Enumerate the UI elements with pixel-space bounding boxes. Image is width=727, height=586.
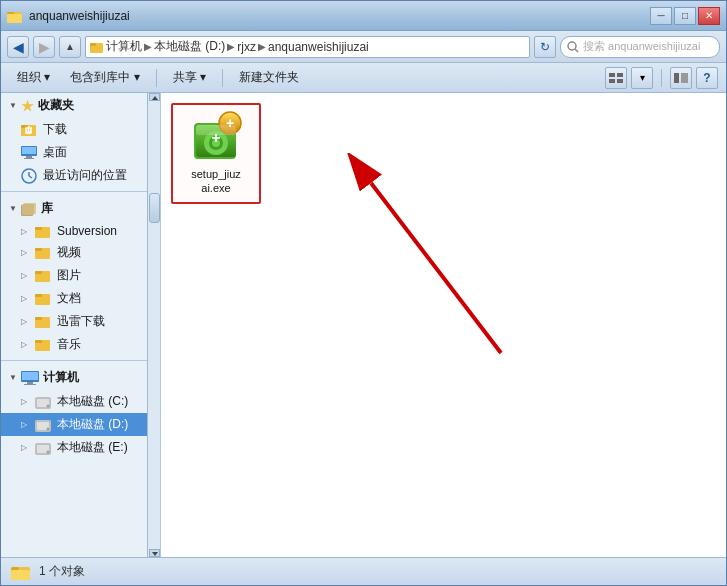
- window: anquanweishijiuzai ─ □ ✕ ◀ ▶ ▲ 计算机 ▶ 本地磁…: [0, 0, 727, 586]
- sidebar-item-subversion[interactable]: ▷ Subversion: [1, 221, 160, 241]
- include-library-button[interactable]: 包含到库中 ▾: [62, 67, 147, 89]
- sidebar-item-pictures[interactable]: ▷ 图片: [1, 264, 160, 287]
- help-button[interactable]: ?: [696, 67, 718, 89]
- forward-button[interactable]: ▶: [33, 36, 55, 58]
- sidebar-item-disk-d[interactable]: ▷ 本地磁盘 (D:): [1, 413, 160, 436]
- window-title: anquanweishijiuzai: [29, 9, 130, 23]
- breadcrumb[interactable]: 计算机 ▶ 本地磁盘 (D:) ▶ rjxz ▶ anquanweishijiu…: [85, 36, 530, 58]
- minimize-button[interactable]: ─: [650, 7, 672, 25]
- sidebar-item-desktop[interactable]: 桌面: [1, 141, 160, 164]
- disk-d-label: 本地磁盘 (D:): [57, 416, 128, 433]
- svg-rect-10: [617, 79, 623, 83]
- library-icon: [21, 202, 37, 216]
- up-button[interactable]: ▲: [59, 36, 81, 58]
- music-label: 音乐: [57, 336, 81, 353]
- svg-rect-61: [196, 125, 236, 135]
- svg-rect-28: [35, 227, 42, 230]
- svg-rect-12: [681, 73, 688, 83]
- organize-button[interactable]: 组织 ▾: [9, 67, 58, 89]
- refresh-button[interactable]: ↻: [534, 36, 556, 58]
- back-button[interactable]: ◀: [7, 36, 29, 58]
- library-header[interactable]: ▼ 库: [1, 196, 160, 221]
- disk-c-expand-icon: ▷: [21, 397, 27, 406]
- toolbar-right: ▾ ?: [605, 67, 718, 89]
- setup-icon-svg: +: [190, 111, 242, 163]
- svg-rect-30: [35, 248, 42, 251]
- computer-icon: [21, 371, 39, 385]
- window-icon: [7, 9, 23, 23]
- subversion-label: Subversion: [57, 224, 117, 238]
- breadcrumb-folder-icon: [90, 41, 104, 53]
- scroll-down-button[interactable]: [149, 549, 160, 557]
- status-bar: 1 个对象: [1, 557, 726, 585]
- new-folder-label: 新建文件夹: [239, 69, 299, 86]
- scroll-up-button[interactable]: [149, 93, 160, 101]
- svg-rect-38: [35, 340, 42, 343]
- thunder-label: 迅雷下载: [57, 313, 105, 330]
- sidebar-divider-1: [1, 191, 160, 192]
- favorites-arrow-icon: ▼: [9, 101, 17, 110]
- search-box[interactable]: 搜索 anquanweishijiuzai: [560, 36, 720, 58]
- sidebar-item-disk-c[interactable]: ▷ 本地磁盘 (C:): [1, 390, 160, 413]
- svg-rect-20: [24, 158, 34, 159]
- up-arrow-icon: ▲: [65, 41, 75, 52]
- forward-arrow-icon: ▶: [39, 39, 50, 55]
- svg-rect-36: [35, 317, 42, 320]
- share-button[interactable]: 共享 ▾: [165, 67, 214, 89]
- sidebar: ▼ ★ 收藏夹 下载: [1, 93, 161, 557]
- breadcrumb-sep-2: ▶: [227, 41, 235, 52]
- video-label: 视频: [57, 244, 81, 261]
- scroll-thumb[interactable]: [149, 193, 160, 223]
- library-arrow-icon: ▼: [9, 204, 17, 213]
- pictures-label: 图片: [57, 267, 81, 284]
- breadcrumb-disk-d[interactable]: 本地磁盘 (D:): [154, 38, 225, 55]
- svg-rect-66: [11, 570, 30, 580]
- view-options-button[interactable]: [605, 67, 627, 89]
- details-pane-button[interactable]: [670, 67, 692, 89]
- thunder-folder-icon: [35, 315, 51, 328]
- library-label: 库: [41, 200, 53, 217]
- svg-rect-32: [35, 271, 42, 274]
- toolbar: 组织 ▾ 包含到库中 ▾ 共享 ▾ 新建文件夹 ▾: [1, 63, 726, 93]
- sidebar-scrollbar[interactable]: [147, 93, 160, 557]
- svg-point-51: [47, 450, 50, 453]
- close-button[interactable]: ✕: [698, 7, 720, 25]
- new-folder-button[interactable]: 新建文件夹: [231, 67, 307, 89]
- sidebar-item-music[interactable]: ▷ 音乐: [1, 333, 160, 356]
- breadcrumb-computer[interactable]: 计算机: [106, 38, 142, 55]
- desktop-icon: [21, 146, 37, 159]
- pictures-expand-icon: ▷: [21, 271, 27, 280]
- breadcrumb-current[interactable]: anquanweishijiuzai: [268, 40, 369, 54]
- downloads-folder-icon: [21, 123, 37, 136]
- computer-header[interactable]: ▼ 计算机: [1, 365, 160, 390]
- title-bar-left: anquanweishijiuzai: [7, 9, 130, 23]
- file-grid: +: [171, 103, 716, 204]
- sidebar-item-video[interactable]: ▷ 视频: [1, 241, 160, 264]
- disk-e-label: 本地磁盘 (E:): [57, 439, 128, 456]
- svg-rect-40: [22, 372, 38, 380]
- svg-point-5: [568, 42, 576, 50]
- recent-icon: [21, 168, 37, 184]
- view-toggle-button[interactable]: ▾: [631, 67, 653, 89]
- sidebar-item-recent[interactable]: 最近访问的位置: [1, 164, 160, 187]
- star-icon: ★: [21, 98, 34, 114]
- breadcrumb-rjxz[interactable]: rjxz: [237, 40, 256, 54]
- scroll-down-arrow-icon: [152, 552, 158, 556]
- sidebar-item-disk-e[interactable]: ▷ 本地磁盘 (E:): [1, 436, 160, 459]
- view-grid-icon: [609, 73, 623, 83]
- recent-label: 最近访问的位置: [43, 167, 127, 184]
- maximize-button[interactable]: □: [674, 7, 696, 25]
- help-icon: ?: [703, 71, 710, 85]
- sidebar-computer-section: ▼ 计算机 ▷ 本地磁盘 (C:: [1, 365, 160, 459]
- documents-folder-icon: [35, 292, 51, 305]
- file-item-setup[interactable]: +: [171, 103, 261, 204]
- sidebar-item-downloads[interactable]: 下载: [1, 118, 160, 141]
- favorites-header[interactable]: ▼ ★ 收藏夹: [1, 93, 160, 118]
- sidebar-item-documents[interactable]: ▷ 文档: [1, 287, 160, 310]
- music-folder-icon: [35, 338, 51, 351]
- svg-line-63: [371, 183, 501, 353]
- svg-rect-18: [22, 147, 36, 154]
- sidebar-item-thunder[interactable]: ▷ 迅雷下载: [1, 310, 160, 333]
- svg-rect-42: [24, 384, 36, 385]
- subversion-expand-icon: ▷: [21, 227, 27, 236]
